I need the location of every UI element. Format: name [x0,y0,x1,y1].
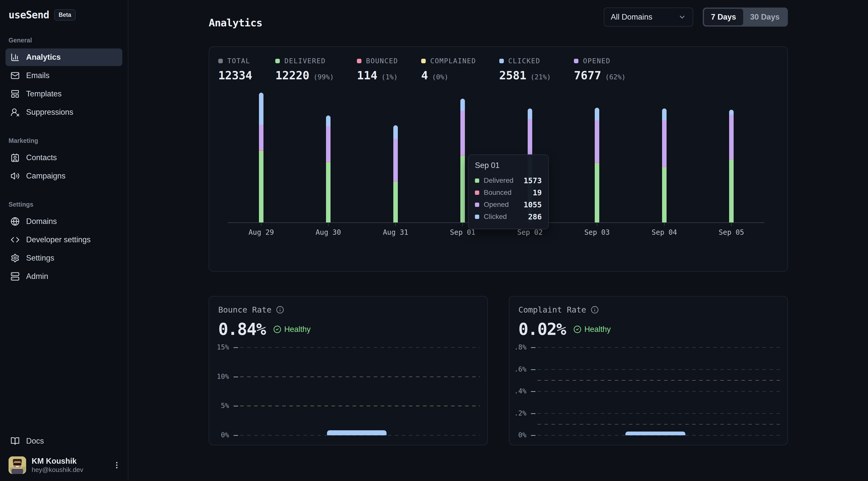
tooltip-color-dot [475,202,479,207]
stacked-bar-aug-30[interactable] [326,116,331,222]
bar-segment-opened [729,115,734,159]
stat-head: DELIVERED [275,57,334,65]
sidebar-item-templates[interactable]: Templates [5,85,122,103]
stacked-bar-sep-01[interactable] [460,99,465,222]
y-tick-label: 15% [194,343,229,351]
mail-icon [10,71,20,80]
stat-delivered: DELIVERED12220(99%) [275,57,334,82]
sidebar-item-label: Settings [26,254,54,263]
tooltip-color-dot [475,179,479,183]
stat-value-row: 7677(62%) [574,69,626,82]
bar-segment-clicked [595,108,599,120]
stat-bounced: BOUNCED114(1%) [357,57,398,82]
sidebar-item-label: Domains [26,217,57,226]
bar-segment-delivered [595,163,599,222]
sidebar-nav: GeneralAnalyticsEmailsTemplatesSuppressi… [5,37,122,285]
y-tick [531,413,535,414]
y-tick-label: .6% [491,365,526,373]
info-icon[interactable] [276,306,284,314]
docs-label: Docs [26,437,44,446]
sidebar-item-docs[interactable]: Docs [5,432,122,450]
grid-line [537,380,780,381]
code-icon [10,235,20,244]
complaint-rate-card: Complaint Rate 0.02% Healthy .8%.6%.4%.2… [509,296,788,445]
rate-bar[interactable] [327,430,386,435]
x-axis-tick [462,223,463,226]
stat-value-row: 4(0%) [421,69,476,82]
stat-color-dot [218,59,223,63]
stat-value-row: 2581(21%) [499,69,551,82]
info-icon[interactable] [591,306,599,314]
stat-color-dot [275,59,280,63]
tab-7-days[interactable]: 7 Days [704,9,743,25]
stat-total: TOTAL12334 [218,57,252,82]
sidebar-item-analytics[interactable]: Analytics [5,49,122,66]
stat-percent: (62%) [605,73,626,81]
bar-segment-delivered [393,182,398,222]
sidebar-item-label: Contacts [26,153,57,162]
stacked-bar-sep-05[interactable] [729,110,734,222]
sidebar-footer: Docs KM Koushik hey@koushik.dev [5,432,122,474]
tooltip-rows: Delivered1573Bounced19Opened1055Clicked2… [475,174,542,223]
stat-clicked: CLICKED2581(21%) [499,57,551,82]
brand-name: useSend [8,9,49,21]
tooltip-row-label: Opened [484,200,519,209]
complaint-rate-value: 0.02% [518,320,566,339]
sidebar-item-emails[interactable]: Emails [5,67,122,84]
tooltip-row-value: 1055 [524,200,542,209]
bar-segment-opened [326,126,331,162]
user-options-button[interactable] [112,459,121,471]
tooltip-row: Delivered1573 [475,174,542,187]
x-axis-label: Aug 31 [383,228,408,236]
book-open-icon [10,437,20,446]
stacked-bar-sep-03[interactable] [595,108,599,222]
stacked-bar-aug-29[interactable] [259,93,264,222]
sidebar-item-label: Templates [26,89,62,98]
sidebar-item-admin[interactable]: Admin [5,267,122,285]
stacked-bar-aug-31[interactable] [393,125,398,222]
x-axis-label: Aug 30 [315,228,341,236]
y-tick-label: 5% [194,402,229,410]
sidebar-item-settings[interactable]: Settings [5,249,122,267]
bar-segment-clicked [259,93,264,125]
y-tick-label: .2% [491,409,526,417]
domain-filter-select[interactable]: All Domains [604,7,693,27]
bar-segment-opened [662,120,666,167]
x-axis-label: Sep 05 [719,228,744,236]
stat-head: BOUNCED [357,57,398,65]
stat-percent: (99%) [313,73,334,81]
tooltip-row-value: 19 [533,188,542,197]
bar-segment-clicked [729,110,734,115]
grid-line [537,369,780,370]
sidebar-item-campaigns[interactable]: Campaigns [5,167,122,185]
stat-head: TOTAL [218,57,252,65]
check-circle-icon [574,325,582,333]
header-controls: All Domains 7 Days 30 Days [604,7,788,27]
sidebar-item-suppressions[interactable]: Suppressions [5,103,122,121]
stat-label: TOTAL [227,57,250,65]
analytics-dashboard: useSend Beta GeneralAnalyticsEmailsTempl… [0,0,868,481]
stats-row: TOTAL12334DELIVERED12220(99%)BOUNCED114(… [218,57,626,82]
stat-color-dot [357,59,362,63]
tab-30-days[interactable]: 30 Days [743,9,786,25]
sidebar-item-developer-settings[interactable]: Developer settings [5,231,122,249]
sidebar-item-domains[interactable]: Domains [5,213,122,230]
grid-line [537,391,780,392]
x-axis-tick [395,223,396,226]
bar-segment-delivered [460,156,465,222]
stacked-bar-sep-04[interactable] [662,108,666,222]
sidebar-item-label: Campaigns [26,171,66,181]
sidebar-section-label: General [8,37,122,44]
sidebar-item-label: Analytics [26,53,61,62]
x-axis-tick [731,223,732,226]
x-axis-label: Sep 02 [517,228,542,236]
page-title: Analytics [209,17,262,29]
sidebar-item-contacts[interactable]: Contacts [5,149,122,166]
user-menu[interactable]: KM Koushik hey@koushik.dev [5,456,122,474]
stat-label: CLICKED [508,57,540,65]
y-tick [531,369,535,370]
user-x-icon [10,108,20,117]
stat-value: 2581 [499,69,526,82]
rate-bar[interactable] [625,431,686,435]
check-circle-icon [273,325,281,333]
